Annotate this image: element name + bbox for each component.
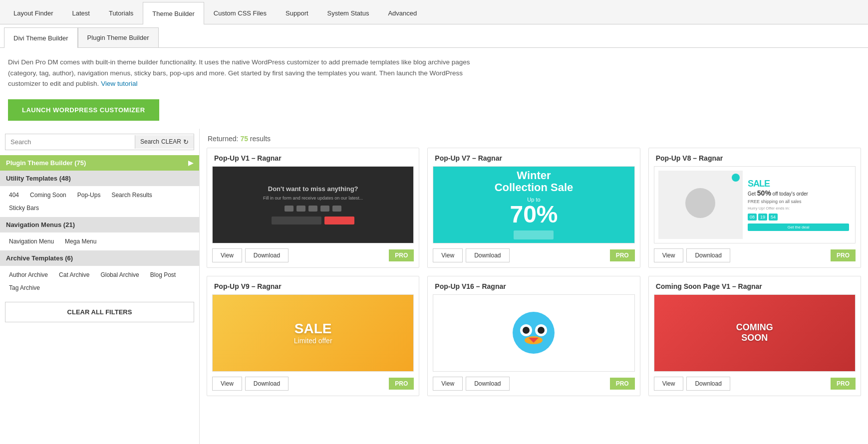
- filter-item-search-results[interactable]: Search Results: [106, 189, 157, 201]
- download-button-popup-v16[interactable]: Download: [466, 377, 509, 391]
- sidebar: Search CLEAR ↻ Plugin Theme Builder (75)…: [0, 129, 200, 444]
- card-popup-v16: Pop-Up V16 – Ragnar: [427, 276, 640, 396]
- filter-header-arrow: ▶: [188, 159, 193, 167]
- filter-header-plugin-theme-builder[interactable]: Plugin Theme Builder (75) ▶: [0, 155, 199, 171]
- card-popup-v7: Pop-Up V7 – Ragnar WinterCollection Sale…: [427, 148, 640, 268]
- popup-v9-preview: SALE Limited offer: [213, 295, 413, 371]
- download-button-popup-v9[interactable]: Download: [245, 377, 289, 391]
- filter-item-mega-menu[interactable]: Mega Menu: [60, 235, 101, 247]
- sub-tabs: Divi Theme Builder Plugin Theme Builder: [0, 24, 868, 48]
- view-button-popup-v9[interactable]: View: [212, 377, 242, 391]
- filter-item-author-archive[interactable]: Author Archive: [4, 269, 53, 281]
- filter-item-pop-ups[interactable]: Pop-Ups: [72, 189, 106, 201]
- search-bar: Search CLEAR ↻: [5, 134, 194, 150]
- filter-header-label: Archive Templates (6): [6, 254, 73, 262]
- search-input[interactable]: [5, 134, 135, 150]
- tab-advanced[interactable]: Advanced: [378, 2, 426, 24]
- filter-item-sticky-bars[interactable]: Sticky Bars: [4, 202, 44, 214]
- popup-v1-preview: Don't want to miss anything? Fill in our…: [213, 167, 413, 243]
- results-header: Returned: 75 results: [205, 129, 863, 148]
- card-actions-popup-v16: View Download PRO: [428, 372, 639, 396]
- view-button-popup-v8[interactable]: View: [654, 248, 684, 262]
- card-actions-popup-v7: View Download PRO: [428, 243, 639, 267]
- navigation-menu-items: Navigation Menu Mega Menu: [0, 232, 199, 250]
- tab-support[interactable]: Support: [276, 2, 318, 24]
- pro-badge-popup-v9: PRO: [389, 378, 414, 390]
- sub-tab-divi-theme-builder[interactable]: Divi Theme Builder: [4, 27, 78, 48]
- card-popup-v1: Pop-Up V1 – Ragnar Don't want to miss an…: [207, 148, 419, 268]
- tab-latest[interactable]: Latest: [63, 2, 99, 24]
- main-layout: Search CLEAR ↻ Plugin Theme Builder (75)…: [0, 129, 868, 444]
- filter-section-plugin-theme-builder: Plugin Theme Builder (75) ▶: [0, 155, 199, 171]
- filter-item-coming-soon[interactable]: Coming Soon: [25, 189, 71, 201]
- filter-item-navigation-menu[interactable]: Navigation Menu: [4, 235, 59, 247]
- card-popup-v9: Pop-Up V9 – Ragnar SALE Limited offer Vi…: [207, 276, 419, 396]
- card-title-popup-v9: Pop-Up V9 – Ragnar: [207, 276, 419, 294]
- launch-customizer-button[interactable]: LAUNCH WORDPRESS CUSTOMIZER: [8, 99, 159, 121]
- tab-layout-finder[interactable]: Layout Finder: [4, 2, 63, 24]
- filter-item-tag-archive[interactable]: Tag Archive: [4, 282, 45, 294]
- card-image-popup-v9: SALE Limited offer: [212, 294, 414, 372]
- filter-header-label: Navigation Menus (21): [6, 221, 75, 228]
- filter-header-navigation-menus[interactable]: Navigation Menus (21): [0, 217, 199, 232]
- view-button-popup-v7[interactable]: View: [433, 248, 463, 262]
- card-popup-v8: Pop-Up V8 – Ragnar SALE: [648, 148, 861, 268]
- filter-item-404[interactable]: 404: [4, 189, 24, 201]
- view-button-coming-soon-v1[interactable]: View: [654, 377, 684, 391]
- description-area: Divi Den Pro DM comes with built-in them…: [0, 48, 499, 94]
- svg-point-4: [538, 327, 545, 334]
- card-title-popup-v16: Pop-Up V16 – Ragnar: [428, 276, 639, 294]
- content-area: Returned: 75 results Pop-Up V1 – Ragnar …: [200, 129, 868, 444]
- tab-theme-builder[interactable]: Theme Builder: [143, 2, 204, 24]
- filter-header-label: Plugin Theme Builder (75): [6, 159, 86, 167]
- view-button-popup-v16[interactable]: View: [433, 377, 463, 391]
- popup-v16-preview: [433, 295, 634, 371]
- filter-header-utility-templates[interactable]: Utility Templates (48): [0, 171, 199, 186]
- filter-item-blog-post[interactable]: Blog Post: [145, 269, 181, 281]
- view-tutorial-link[interactable]: View tutorial: [101, 80, 137, 87]
- download-button-popup-v1[interactable]: Download: [245, 248, 289, 262]
- tab-custom-css[interactable]: Custom CSS Files: [204, 2, 276, 24]
- card-image-coming-soon-v1: COMINGSOON: [654, 294, 856, 372]
- archive-template-items: Author Archive Cat Archive Global Archiv…: [0, 266, 199, 297]
- tab-tutorials[interactable]: Tutorials: [99, 2, 143, 24]
- utility-template-items: 404 Coming Soon Pop-Ups Search Results S…: [0, 186, 199, 217]
- pro-badge-popup-v7: PRO: [610, 249, 635, 261]
- card-actions-popup-v9: View Download PRO: [207, 372, 419, 396]
- pro-badge-popup-v1: PRO: [389, 249, 414, 261]
- tab-system-status[interactable]: System Status: [318, 2, 379, 24]
- card-title-popup-v7: Pop-Up V7 – Ragnar: [428, 148, 639, 166]
- card-image-popup-v16: [433, 294, 634, 372]
- view-button-popup-v1[interactable]: View: [212, 248, 242, 262]
- card-actions-popup-v1: View Download PRO: [207, 243, 419, 267]
- card-image-popup-v7: WinterCollection Sale Up to 70%: [433, 166, 634, 243]
- clear-all-filters-button[interactable]: CLEAR ALL FILTERS: [5, 302, 194, 322]
- popup-v7-preview: WinterCollection Sale Up to 70%: [433, 167, 634, 243]
- search-clear-button[interactable]: Search CLEAR ↻: [135, 135, 194, 149]
- download-button-coming-soon-v1[interactable]: Download: [686, 377, 730, 391]
- search-label: Search: [140, 138, 159, 145]
- sub-tab-plugin-theme-builder[interactable]: Plugin Theme Builder: [78, 27, 159, 47]
- card-image-popup-v8: SALE Get 50% off today's order FREE ship…: [654, 166, 856, 243]
- pro-badge-coming-soon-v1: PRO: [831, 378, 856, 390]
- card-actions-popup-v8: View Download PRO: [649, 243, 861, 267]
- svg-point-3: [523, 327, 530, 334]
- filter-item-cat-archive[interactable]: Cat Archive: [54, 269, 94, 281]
- svg-point-0: [513, 312, 555, 354]
- filter-section-archive-templates: Archive Templates (6) Author Archive Cat…: [0, 250, 199, 297]
- card-actions-coming-soon-v1: View Download PRO: [649, 372, 861, 396]
- top-navigation: Layout Finder Latest Tutorials Theme Bui…: [0, 0, 868, 24]
- pro-badge-popup-v8: PRO: [831, 249, 856, 261]
- clear-label: CLEAR: [161, 138, 181, 145]
- filter-item-global-archive[interactable]: Global Archive: [95, 269, 144, 281]
- filter-header-archive-templates[interactable]: Archive Templates (6): [0, 250, 199, 266]
- download-button-popup-v8[interactable]: Download: [686, 248, 730, 262]
- card-coming-soon-v1: Coming Soon Page V1 – Ragnar COMINGSOON …: [648, 276, 861, 396]
- card-image-popup-v1: Don't want to miss anything? Fill in our…: [212, 166, 414, 243]
- download-button-popup-v7[interactable]: Download: [466, 248, 509, 262]
- description-text: Divi Den Pro DM comes with built-in them…: [8, 58, 470, 87]
- pro-badge-popup-v16: PRO: [610, 378, 635, 390]
- popup-v8-preview: SALE Get 50% off today's order FREE ship…: [654, 167, 855, 243]
- refresh-icon: ↻: [183, 138, 189, 146]
- filter-header-label: Utility Templates (48): [6, 175, 71, 182]
